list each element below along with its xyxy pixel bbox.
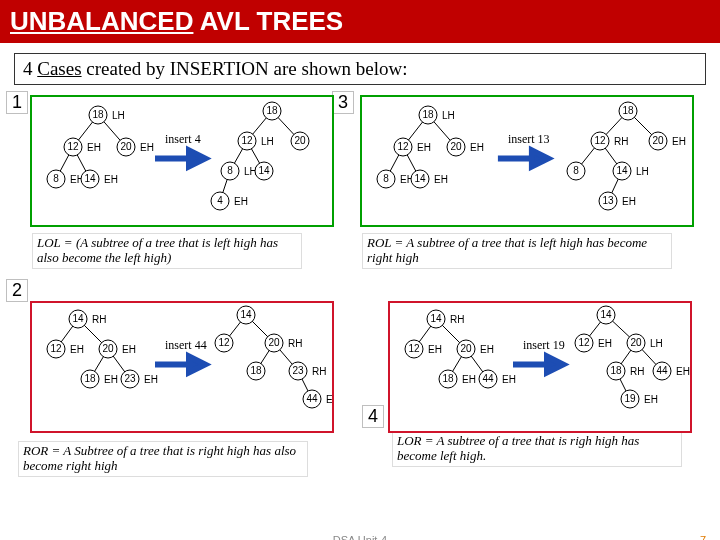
svg-marker-148 <box>547 356 563 372</box>
svg-text:20: 20 <box>294 135 306 146</box>
svg-text:14: 14 <box>240 309 252 320</box>
svg-text:20: 20 <box>268 337 280 348</box>
subtitle: 4 Cases created by INSERTION are shown b… <box>14 53 706 85</box>
svg-text:12: 12 <box>241 135 253 146</box>
svg-text:EH: EH <box>140 142 154 153</box>
svg-text:LH: LH <box>650 338 663 349</box>
svg-marker-106 <box>189 356 205 372</box>
case2-label: 2 <box>6 279 28 302</box>
svg-text:insert 44: insert 44 <box>165 338 207 352</box>
footer-label: DSA Unit-4 <box>0 534 720 540</box>
diagram-case1: 18LH12EH20EH8EH14EHinsert 41812LH208LH14… <box>30 95 334 227</box>
svg-text:20: 20 <box>450 141 462 152</box>
svg-text:23: 23 <box>292 365 304 376</box>
svg-text:23: 23 <box>124 373 136 384</box>
svg-text:18: 18 <box>622 105 634 116</box>
svg-text:EH: EH <box>480 344 494 355</box>
case3-label: 3 <box>332 91 354 114</box>
svg-text:EH: EH <box>144 374 158 385</box>
svg-text:LH: LH <box>442 110 455 121</box>
svg-text:12: 12 <box>408 343 420 354</box>
svg-text:RH: RH <box>614 136 628 147</box>
svg-text:RH: RH <box>92 314 106 325</box>
caption-ror: ROR = A Subtree of a tree that is right … <box>18 441 308 477</box>
svg-text:20: 20 <box>652 135 664 146</box>
svg-text:EH: EH <box>104 374 118 385</box>
svg-text:13: 13 <box>602 195 614 206</box>
title-underlined: UNBALANCED <box>10 6 193 36</box>
svg-text:14: 14 <box>600 309 612 320</box>
svg-text:LH: LH <box>636 166 649 177</box>
svg-marker-63 <box>532 150 548 166</box>
svg-text:12: 12 <box>67 141 79 152</box>
page-number: 7 <box>700 534 706 540</box>
svg-text:18: 18 <box>442 373 454 384</box>
svg-text:RH: RH <box>450 314 464 325</box>
svg-text:12: 12 <box>218 337 230 348</box>
svg-text:EH: EH <box>672 136 686 147</box>
svg-text:EH: EH <box>676 366 690 377</box>
svg-text:44: 44 <box>656 365 668 376</box>
svg-text:EH: EH <box>502 374 516 385</box>
svg-text:EH: EH <box>434 174 448 185</box>
content-area: 1 3 2 4 LOL = (A subtree of a tree that … <box>0 91 720 531</box>
svg-text:EH: EH <box>428 344 442 355</box>
svg-text:44: 44 <box>482 373 494 384</box>
svg-text:14: 14 <box>414 173 426 184</box>
svg-text:EH: EH <box>87 142 101 153</box>
svg-text:20: 20 <box>460 343 472 354</box>
caption-lor: LOR = A subtree of a tree that is righ h… <box>392 431 682 467</box>
svg-text:14: 14 <box>72 313 84 324</box>
svg-text:18: 18 <box>84 373 96 384</box>
svg-text:RH: RH <box>288 338 302 349</box>
svg-text:12: 12 <box>578 337 590 348</box>
svg-text:14: 14 <box>258 165 270 176</box>
svg-text:EH: EH <box>598 338 612 349</box>
subtitle-prefix: 4 <box>23 58 37 79</box>
svg-text:LH: LH <box>261 136 274 147</box>
caption-lol: LOL = (A subtree of a tree that is left … <box>32 233 302 269</box>
svg-text:20: 20 <box>630 337 642 348</box>
svg-text:20: 20 <box>102 343 114 354</box>
svg-text:EH: EH <box>470 142 484 153</box>
diagram-case2: 14RH12EH20EH18EH23EHinsert 44141220RH182… <box>30 301 334 433</box>
case1-label: 1 <box>6 91 28 114</box>
subtitle-cases: Cases <box>37 58 81 79</box>
svg-text:20: 20 <box>120 141 132 152</box>
svg-marker-21 <box>189 150 205 166</box>
svg-text:EH: EH <box>644 394 658 405</box>
svg-text:18: 18 <box>250 365 262 376</box>
svg-text:14: 14 <box>616 165 628 176</box>
svg-text:EH: EH <box>70 344 84 355</box>
svg-text:19: 19 <box>624 393 636 404</box>
svg-text:EH: EH <box>104 174 118 185</box>
svg-text:8: 8 <box>53 173 59 184</box>
svg-text:14: 14 <box>84 173 96 184</box>
svg-text:EH: EH <box>622 196 636 207</box>
svg-text:8: 8 <box>227 165 233 176</box>
svg-text:14: 14 <box>430 313 442 324</box>
svg-text:EH: EH <box>234 196 248 207</box>
svg-text:18: 18 <box>610 365 622 376</box>
svg-text:12: 12 <box>50 343 62 354</box>
svg-text:18: 18 <box>92 109 104 120</box>
svg-text:insert 19: insert 19 <box>523 338 565 352</box>
svg-text:EH: EH <box>417 142 431 153</box>
svg-text:EH: EH <box>462 374 476 385</box>
svg-text:8: 8 <box>383 173 389 184</box>
svg-text:18: 18 <box>266 105 278 116</box>
svg-text:insert 13: insert 13 <box>508 132 550 146</box>
title-rest: AVL TREES <box>193 6 343 36</box>
diagram-case3: 18LH12EH20EH8EH14EHinsert 131812RH20EH81… <box>360 95 694 227</box>
svg-text:12: 12 <box>594 135 606 146</box>
svg-text:RH: RH <box>312 366 326 377</box>
svg-text:12: 12 <box>397 141 409 152</box>
subtitle-suffix: created by INSERTION are shown below: <box>82 58 408 79</box>
svg-text:insert 4: insert 4 <box>165 132 201 146</box>
title-bar: UNBALANCED AVL TREES <box>0 0 720 43</box>
svg-text:18: 18 <box>422 109 434 120</box>
svg-text:LH: LH <box>112 110 125 121</box>
case4-label: 4 <box>362 405 384 428</box>
svg-text:44: 44 <box>306 393 318 404</box>
svg-text:4: 4 <box>217 195 223 206</box>
